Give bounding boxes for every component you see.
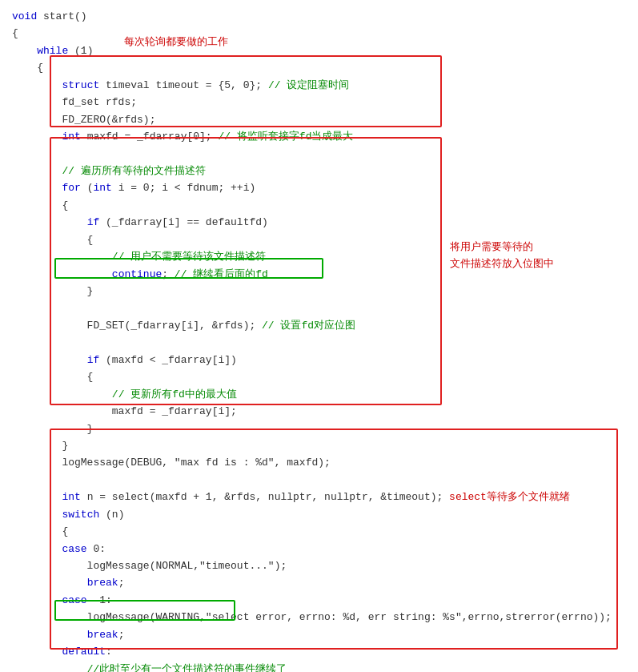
annotation-fd-desc: 将用户需要等待的文件描述符放入位图中 xyxy=(450,239,554,272)
green-box-fdset xyxy=(54,258,323,279)
green-box-handler xyxy=(54,600,235,621)
line-24: maxfd = _fdarray[i]; xyxy=(12,403,630,420)
code-area: void start() { while (1) { struct timeva… xyxy=(0,0,638,672)
annotation-loop-work: 每次轮询都要做的工作 xyxy=(124,34,228,50)
red-box-1 xyxy=(50,55,442,127)
line-2: { xyxy=(12,25,630,42)
line-1: void start() xyxy=(12,8,630,25)
code-container: void start() { while (1) { struct timeva… xyxy=(0,0,638,672)
line-39: //此时至少有一个文件描述符的事件继续了 xyxy=(12,661,630,672)
